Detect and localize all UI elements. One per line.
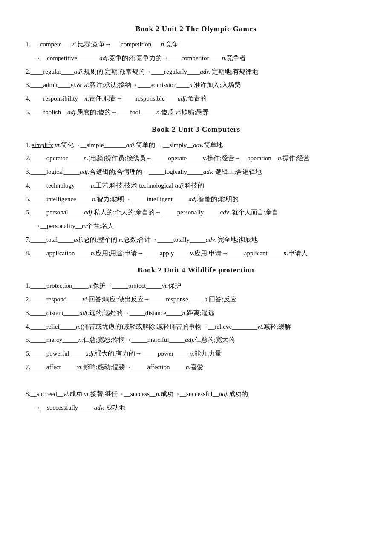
vocab-entry: 8._____application_____n.应用;用途;申请→_____a… [21,248,371,259]
vocab-entry: 3.____admit____vt.& vi.容许;承认;接纳→____admi… [21,80,371,90]
section-title: Book 2 Unit 3 Computers [21,125,371,134]
vocab-entry: 6._____powerful_____adj.强大的;有力的→_____pow… [21,348,371,359]
vocab-entry: 5.____foolish__adj.愚蠢的;傻的→____fool_____n… [21,107,371,118]
vocab-entry: 2.____regular____adj.规则的;定期的;常规的→____reg… [21,66,371,77]
vocab-entry: 4._____technology_____n.工艺;科技;技术 technol… [21,180,371,191]
section-title: Book 2 Unit 4 Wildlife protection [21,266,371,275]
vocab-entry: →__successfully_____adv. 成功地 [21,402,371,413]
vocab-entry: 1. simplify vt.简化→__simple_______adj.简单的… [21,140,371,150]
vocab-entry: 2._____respond_____vi.回答;响应;做出反应→_____re… [21,294,371,305]
app-container: Book 2 Unit 2 The Olympic Games1.___comp… [21,25,371,413]
vocab-entry: 1._____protection_____n.保护→_____protect_… [21,280,371,291]
vocab-entry: 7._____total_____adj.总的;整个的 n.总数;合计→____… [21,234,371,245]
vocab-entry: 1.___compete___vi.比赛;竞争→___competition__… [21,39,371,50]
vocab-entry: 7._____affect_____vt.影响;感动;侵袭→_____affec… [21,362,371,373]
vocab-entry: 4.____responsibility__n.责任;职责→____respon… [21,93,371,104]
section-title: Book 2 Unit 2 The Olympic Games [21,25,371,33]
vocab-entry: 5._____mercy_____n.仁慈;宽恕;怜悯→_____mercifu… [21,335,371,345]
vocab-entry: 8.__succeed__vi.成功 vt.接替;继任→__success__n… [21,389,371,399]
vocab-entry: 6._____personal_____adj.私人的;个人的;亲自的→____… [21,207,371,218]
vocab-entry: 3._____logical_____adj.合逻辑的;合情理的→_____lo… [21,167,371,177]
vocab-entry: →__personality__n.个性;名人 [21,221,371,231]
vocab-entry: 2._____operator_____n.(电脑)操作员;接线员→_____o… [21,153,371,164]
vocab-entry: 5._____intelligence_____n.智力;聪明→_____int… [21,194,371,205]
vocab-entry: 3._____distant_____adj.远的;远处的→_____dista… [21,308,371,318]
vocab-entry: →__competitive_______adj.竞争的;有竞争力的→____c… [21,53,371,64]
vocab-entry [21,376,371,386]
vocab-entry: 4._____relief_____n.(痛苦或忧虑的)减轻或解除;减轻痛苦的事… [21,321,371,332]
